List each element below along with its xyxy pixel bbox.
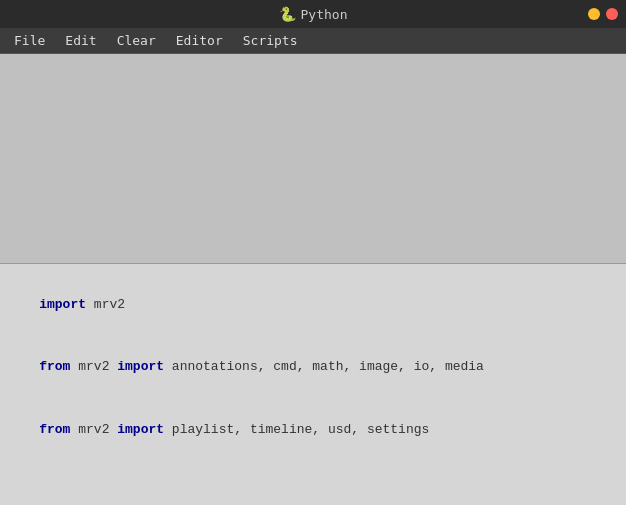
menu-item-edit[interactable]: Edit [55, 31, 106, 50]
app-title: Python [301, 7, 348, 22]
menu-item-file[interactable]: File [4, 31, 55, 50]
import-keyword-1: import [39, 297, 86, 312]
import-keyword-2: import [117, 359, 164, 374]
code-line-1: import mrv2 [8, 274, 618, 336]
import-items-3: playlist, timeline, usd, settings [164, 422, 429, 437]
from-keyword-2: from [39, 359, 70, 374]
code-line-2: from mrv2 import annotations, cmd, math,… [8, 336, 618, 398]
output-area [0, 54, 626, 264]
code-area[interactable]: import mrv2 from mrv2 import annotations… [0, 264, 626, 505]
menu-item-scripts[interactable]: Scripts [233, 31, 308, 50]
menu-item-editor[interactable]: Editor [166, 31, 233, 50]
menu-bar: File Edit Clear Editor Scripts [0, 28, 626, 54]
from-keyword-3: from [39, 422, 70, 437]
import-keyword-3: import [117, 422, 164, 437]
menu-item-clear[interactable]: Clear [107, 31, 166, 50]
title-bar: 🐍 Python [0, 0, 626, 28]
window-controls [588, 8, 618, 20]
module-3: mrv2 [70, 422, 117, 437]
python-icon: 🐍 [279, 6, 296, 22]
code-line-3: from mrv2 import playlist, timeline, usd… [8, 399, 618, 461]
title-bar-title: 🐍 Python [279, 6, 348, 22]
import-items-2: annotations, cmd, math, image, io, media [164, 359, 484, 374]
minimize-button[interactable] [588, 8, 600, 20]
close-button[interactable] [606, 8, 618, 20]
module-2: mrv2 [70, 359, 117, 374]
module-1: mrv2 [86, 297, 125, 312]
